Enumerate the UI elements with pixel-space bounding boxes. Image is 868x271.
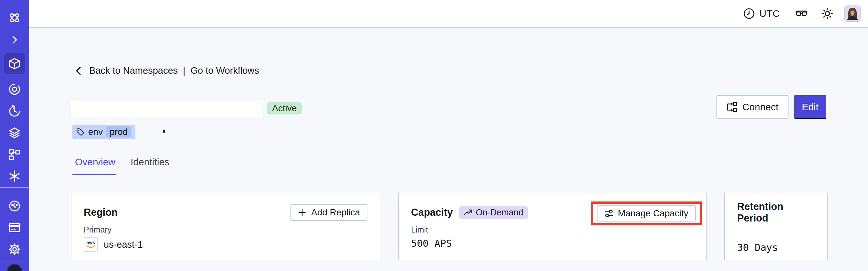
header-actions: Connect Edit	[716, 95, 826, 119]
sidebar-divider	[0, 259, 29, 259]
tab-overview[interactable]: Overview	[75, 156, 115, 168]
tag-value-chip: prod	[106, 126, 131, 138]
breadcrumb-separator: |	[183, 65, 185, 76]
user-avatar[interactable]	[844, 5, 861, 22]
sidebar-item-schedules clock-arrow-icon[interactable]	[4, 101, 25, 122]
ondemand-badge: On-Demand	[459, 206, 528, 219]
region-card-title: Region	[84, 207, 118, 218]
retention-card-title: Retention Period	[737, 201, 815, 224]
capacity-field-label: Limit	[411, 225, 694, 235]
sliders-icon	[604, 209, 614, 218]
sun-icon	[821, 7, 834, 20]
svg-text:aws: aws	[87, 240, 95, 245]
labs-toggle[interactable]	[795, 7, 808, 20]
topbar: UTC	[29, 0, 868, 28]
connect-button[interactable]: Connect	[716, 95, 788, 119]
connect-flow-icon	[726, 101, 738, 113]
region-value: us-east-1	[104, 239, 143, 250]
chevron-left-icon[interactable]	[74, 66, 84, 76]
capacity-card: Capacity On-Demand Manage Capa	[398, 193, 707, 260]
theme-toggle[interactable]	[820, 7, 834, 20]
sidebar-item-pipelines branch-icon[interactable]	[4, 144, 25, 165]
glasses-icon	[795, 7, 808, 20]
back-to-namespaces-link[interactable]: Back to Namespaces	[89, 65, 178, 76]
aws-provider-icon: aws	[84, 237, 98, 252]
namespace-name-redacted	[71, 100, 262, 117]
clock-icon	[743, 7, 755, 20]
status-badge: Active	[267, 102, 302, 115]
go-to-workflows-link[interactable]: Go to Workflows	[191, 65, 259, 76]
manage-capacity-label: Manage Capacity	[618, 208, 688, 219]
expand-chevron-right-icon[interactable]	[4, 29, 25, 50]
region-field-label: Primary	[84, 225, 367, 235]
tag-key: env	[88, 127, 103, 137]
sidebar-item-deployments layers-icon[interactable]	[4, 123, 25, 143]
temporal-logo-icon[interactable]	[4, 7, 25, 28]
retention-card: Retention Period 30 Days	[724, 193, 828, 260]
connect-button-label: Connect	[742, 101, 778, 113]
sidebar-item-billing card-icon[interactable]	[4, 217, 25, 238]
namespace-name-dot	[163, 130, 165, 132]
highlight-annotation-box: Manage Capacity	[591, 202, 702, 225]
timezone-label: UTC	[760, 8, 780, 19]
add-replica-button[interactable]: Add Replica	[290, 204, 367, 221]
sidebar-item-workflows spiral-icon[interactable]	[4, 79, 25, 100]
sidebar	[0, 0, 29, 271]
ondemand-badge-label: On-Demand	[476, 208, 523, 218]
tab-bar: Overview Identities	[75, 156, 169, 168]
namespace-tag[interactable]: env prod	[72, 125, 135, 139]
plus-icon	[297, 208, 307, 217]
sidebar-divider	[0, 187, 29, 188]
sidebar-item-nexus asterisk-icon[interactable]	[4, 166, 25, 187]
sidebar-item-usage gauge-icon[interactable]	[4, 195, 25, 216]
breadcrumb: Back to Namespaces | Go to Workflows	[74, 65, 259, 76]
sidebar-item-namespaces cube-icon[interactable]	[4, 53, 25, 74]
main-content: Back to Namespaces | Go to Workflows Act…	[29, 28, 868, 271]
trending-up-icon	[464, 208, 473, 217]
tab-identities[interactable]: Identities	[130, 156, 169, 168]
manage-capacity-button[interactable]: Manage Capacity	[597, 205, 696, 221]
tabs-divider-line	[72, 175, 827, 175]
timezone-selector[interactable]: UTC	[743, 7, 780, 20]
sidebar-item-settings gear-icon[interactable]	[4, 239, 25, 260]
capacity-value: 500 APS	[411, 238, 694, 249]
edit-button-label: Edit	[802, 101, 818, 113]
retention-value: 30 Days	[737, 242, 815, 253]
capacity-card-title: Capacity	[411, 207, 453, 218]
tag-icon	[76, 128, 85, 137]
add-replica-label: Add Replica	[311, 207, 360, 218]
edit-button[interactable]: Edit	[794, 95, 826, 119]
sidebar-bottom-avatar-icon[interactable]	[7, 264, 22, 271]
region-card: Region Add Replica Primary aws us-east-1	[71, 193, 380, 260]
